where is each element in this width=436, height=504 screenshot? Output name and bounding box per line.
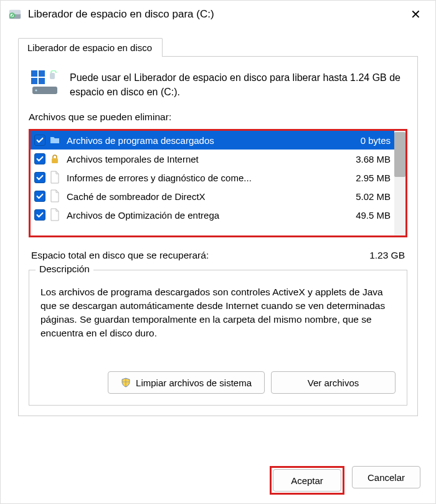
dialog-footer: Aceptar Cancelar — [1, 457, 435, 503]
cancel-button[interactable]: Cancelar — [352, 466, 420, 488]
description-heading: Descripción — [36, 264, 93, 275]
accept-button[interactable]: Aceptar — [273, 469, 341, 492]
window-title: Liberador de espacio en disco para (C:) — [28, 8, 403, 21]
file-name: Archivos de Optimización de entrega — [67, 210, 351, 221]
file-row[interactable]: Informes de errores y diagnóstico de com… — [31, 168, 394, 187]
file-size: 2.95 MB — [356, 173, 391, 183]
file-list-highlight: Archivos de programa descargados0 bytesA… — [29, 129, 407, 237]
svg-rect-9 — [50, 73, 55, 79]
tab-disk-cleanup[interactable]: Liberador de espacio en disco — [18, 38, 163, 57]
scrollbar[interactable] — [394, 131, 405, 235]
tab-panel: Puede usar el Liberador de espacio en di… — [18, 56, 418, 416]
file-name: Caché de sombreador de DirectX — [67, 191, 351, 202]
checkbox[interactable] — [34, 172, 45, 183]
svg-rect-5 — [31, 78, 37, 84]
description-buttons: Limpiar archivos de sistema Ver archivos — [40, 371, 396, 394]
file-size: 0 bytes — [361, 135, 391, 146]
total-value: 1.23 GB — [369, 250, 405, 261]
intro-text: Puede usar el Liberador de espacio en di… — [70, 70, 405, 99]
folder-icon — [49, 133, 60, 147]
file-name: Archivos de programa descargados — [67, 135, 356, 146]
files-label: Archivos que se pueden eliminar: — [29, 112, 407, 123]
svg-rect-6 — [39, 78, 45, 84]
file-size: 49.5 MB — [356, 210, 391, 221]
intro-block: Puede usar el Liberador de espacio en di… — [31, 70, 405, 99]
accept-highlight: Aceptar — [270, 466, 344, 495]
file-icon — [49, 189, 60, 203]
checkbox[interactable] — [34, 191, 45, 202]
description-text: Los archivos de programa descargados son… — [40, 285, 396, 366]
clean-system-files-button[interactable]: Limpiar archivos de sistema — [108, 371, 265, 394]
total-label: Espacio total en disco que se recuperará… — [31, 250, 209, 261]
svg-rect-4 — [39, 70, 45, 77]
lock-icon — [49, 152, 60, 166]
checkbox[interactable] — [34, 209, 45, 221]
cancel-label: Cancelar — [367, 472, 405, 483]
file-size: 5.02 MB — [356, 191, 391, 202]
file-icon — [49, 171, 60, 184]
file-row[interactable]: Archivos de programa descargados0 bytes — [31, 131, 394, 150]
description-group: Descripción Los archivos de programa des… — [29, 270, 407, 406]
file-row[interactable]: Archivos de Optimización de entrega49.5 … — [31, 206, 394, 224]
file-row[interactable]: Caché de sombreador de DirectX5.02 MB — [31, 187, 394, 206]
svg-rect-10 — [52, 158, 58, 163]
view-files-button[interactable]: Ver archivos — [271, 371, 396, 394]
close-icon[interactable]: ✕ — [403, 7, 428, 22]
accept-label: Aceptar — [291, 475, 323, 486]
view-files-label: Ver archivos — [308, 378, 359, 388]
file-icon — [49, 208, 60, 222]
disk-cleanup-icon — [8, 7, 22, 21]
svg-rect-3 — [31, 70, 37, 77]
clean-system-files-label: Limpiar archivos de sistema — [136, 378, 252, 388]
svg-point-8 — [36, 90, 37, 92]
total-row: Espacio total en disco que se recuperará… — [31, 250, 405, 261]
file-name: Archivos temporales de Internet — [67, 154, 351, 164]
file-list[interactable]: Archivos de programa descargados0 bytesA… — [31, 131, 394, 235]
tab-strip: Liberador de espacio en disco — [18, 38, 418, 57]
dialog-window: Liberador de espacio en disco para (C:) … — [0, 0, 436, 504]
cleanup-large-icon — [31, 70, 60, 97]
scrollbar-thumb[interactable] — [394, 132, 405, 177]
titlebar: Liberador de espacio en disco para (C:) … — [1, 1, 435, 28]
file-name: Informes de errores y diagnóstico de com… — [67, 173, 351, 183]
file-size: 3.68 MB — [356, 154, 391, 164]
dialog-body: Liberador de espacio en disco — [1, 28, 435, 426]
checkbox[interactable] — [34, 153, 45, 164]
file-row[interactable]: Archivos temporales de Internet3.68 MB — [31, 150, 394, 168]
checkbox[interactable] — [34, 135, 45, 146]
shield-icon — [121, 378, 131, 388]
